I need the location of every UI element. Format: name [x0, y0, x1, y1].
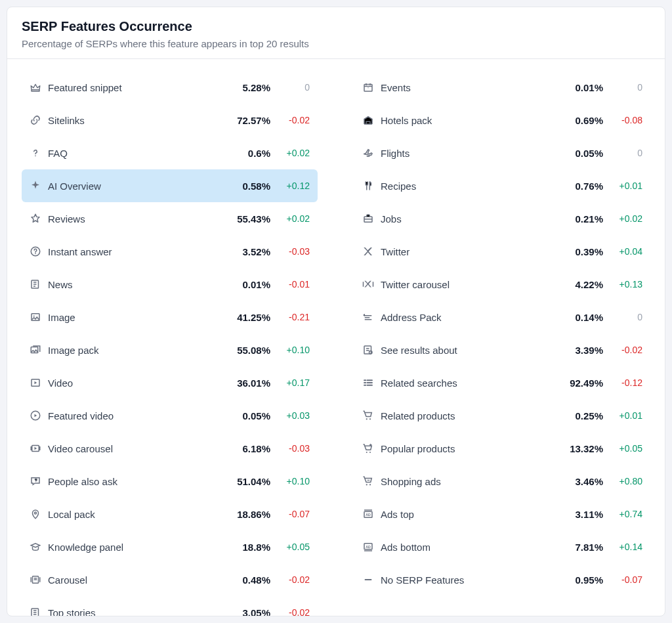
feature-row-shopping-ads[interactable]: Shopping ads3.46%+0.80 — [354, 465, 650, 498]
sparkle-icon — [28, 179, 43, 193]
feature-percentage: 0.76% — [545, 181, 603, 192]
feature-delta: +0.04 — [603, 246, 642, 257]
feature-row-flights[interactable]: Flights0.05%0 — [354, 137, 650, 169]
feature-label: FAQ — [48, 148, 213, 159]
feature-percentage: 0.05% — [545, 148, 603, 159]
feature-row-ads-top[interactable]: Ads top3.11%+0.74 — [354, 498, 650, 530]
feature-delta: -0.01 — [270, 279, 310, 290]
feature-row-news[interactable]: News0.01%-0.01 — [22, 268, 318, 301]
feature-row-address-pack[interactable]: Address Pack0.14%0 — [354, 301, 650, 333]
feature-delta: +0.10 — [270, 476, 310, 486]
feature-delta: +0.03 — [270, 410, 310, 421]
feature-percentage: 3.52% — [213, 246, 270, 257]
feature-label: Hotels pack — [381, 115, 545, 126]
feature-delta: -0.07 — [603, 574, 642, 585]
shopping-icon — [361, 474, 375, 488]
link-icon — [28, 113, 43, 127]
feature-delta: +0.12 — [270, 181, 310, 191]
feature-percentage: 55.43% — [213, 213, 270, 225]
feature-percentage: 0.95% — [545, 574, 603, 586]
feature-row-carousel[interactable]: Carousel0.48%-0.02 — [22, 563, 318, 596]
feature-delta: +0.02 — [603, 213, 642, 224]
feature-label: Image — [48, 312, 213, 323]
feature-row-no-serp-features[interactable]: No SERP Features0.95%-0.07 — [354, 563, 650, 596]
feature-percentage: 3.11% — [545, 509, 603, 520]
feature-label: No SERP Features — [381, 574, 545, 586]
calendar-icon — [361, 80, 375, 95]
hotel-icon — [361, 113, 375, 127]
cartstar-icon — [361, 441, 375, 456]
feature-row-events[interactable]: Events0.01%0 — [354, 71, 650, 104]
questioncircle-icon — [28, 244, 43, 259]
feature-row-related-searches[interactable]: Related searches92.49%-0.12 — [354, 366, 650, 399]
videocarousel-icon — [28, 441, 43, 456]
xcarousel-icon — [361, 277, 375, 291]
feature-row-twitter[interactable]: Twitter0.39%+0.04 — [354, 235, 650, 268]
feature-row-local-pack[interactable]: Local pack18.86%-0.07 — [22, 498, 318, 530]
feature-row-instant-answer[interactable]: Instant answer3.52%-0.03 — [22, 235, 318, 268]
feature-label: Instant answer — [48, 246, 213, 257]
feature-label: Local pack — [48, 509, 213, 520]
feature-label: See results about — [381, 345, 545, 356]
topstories-icon — [28, 605, 43, 616]
feature-label: Ads top — [381, 509, 545, 520]
feature-delta: +0.13 — [603, 279, 642, 290]
feature-percentage: 0.69% — [545, 115, 603, 126]
feature-delta: 0 — [270, 82, 310, 93]
feature-row-hotels-pack[interactable]: Hotels pack0.69%-0.08 — [354, 104, 650, 137]
feature-delta: 0 — [603, 148, 642, 158]
feature-row-jobs[interactable]: Jobs0.21%+0.02 — [354, 202, 650, 235]
cap-icon — [28, 540, 43, 554]
feature-row-twitter-carousel[interactable]: Twitter carousel4.22%+0.13 — [354, 268, 650, 301]
feature-percentage: 0.48% — [213, 574, 270, 586]
feature-delta: -0.02 — [270, 607, 310, 616]
feature-percentage: 7.81% — [545, 542, 603, 553]
feature-row-reviews[interactable]: Reviews55.43%+0.02 — [22, 202, 318, 235]
feature-row-featured-snippet[interactable]: Featured snippet5.28%0 — [22, 71, 318, 104]
feature-row-related-products[interactable]: Related products0.25%+0.01 — [354, 399, 650, 432]
feature-row-recipes[interactable]: Recipes0.76%+0.01 — [354, 169, 650, 202]
feature-row-video[interactable]: Video36.01%+0.17 — [22, 366, 318, 399]
feature-label: Ads bottom — [381, 542, 545, 553]
adsbottom-icon — [361, 540, 375, 554]
feature-label: People also ask — [48, 476, 213, 487]
feature-label: Popular products — [381, 443, 545, 454]
feature-delta: +0.74 — [603, 509, 642, 519]
feature-label: Image pack — [48, 345, 213, 356]
feature-row-people-also-ask[interactable]: People also ask51.04%+0.10 — [22, 465, 318, 498]
feature-row-knowledge-panel[interactable]: Knowledge panel18.8%+0.05 — [22, 530, 318, 563]
feature-label: Reviews — [48, 213, 213, 225]
adstop-icon — [361, 507, 375, 521]
feature-row-video-carousel[interactable]: Video carousel6.18%-0.03 — [22, 432, 318, 465]
feature-column-left: Featured snippet5.28%0Sitelinks72.57%-0.… — [22, 71, 318, 616]
feature-row-popular-products[interactable]: Popular products13.32%+0.05 — [354, 432, 650, 465]
feature-row-sitelinks[interactable]: Sitelinks72.57%-0.02 — [22, 104, 318, 137]
crown-icon — [28, 80, 43, 95]
feature-delta: 0 — [603, 82, 642, 93]
feature-row-faq[interactable]: FAQ0.6%+0.02 — [22, 137, 318, 169]
feature-row-see-results-about[interactable]: See results about3.39%-0.02 — [354, 333, 650, 366]
feature-row-ai-overview[interactable]: AI Overview0.58%+0.12 — [22, 169, 318, 202]
feature-delta: -0.02 — [270, 574, 310, 585]
feature-row-top-stories[interactable]: Top stories3.05%-0.02 — [22, 596, 318, 616]
feature-label: Shopping ads — [381, 476, 545, 487]
feature-percentage: 13.32% — [545, 443, 603, 454]
feature-percentage: 72.57% — [213, 115, 270, 126]
feature-row-featured-video[interactable]: Featured video0.05%+0.03 — [22, 399, 318, 432]
feature-row-ads-bottom[interactable]: Ads bottom7.81%+0.14 — [354, 530, 650, 563]
feature-delta: +0.17 — [270, 377, 310, 388]
feature-percentage: 4.22% — [545, 279, 603, 290]
image-icon — [28, 310, 43, 324]
feature-delta: -0.03 — [270, 246, 310, 257]
feature-delta: -0.21 — [270, 312, 310, 322]
feature-row-image-pack[interactable]: Image pack55.08%+0.10 — [22, 333, 318, 366]
feature-delta: +0.01 — [603, 410, 642, 421]
feature-row-image[interactable]: Image41.25%-0.21 — [22, 301, 318, 333]
feature-label: Video carousel — [48, 443, 213, 454]
card-body: Featured snippet5.28%0Sitelinks72.57%-0.… — [7, 59, 665, 616]
feature-delta: +0.14 — [603, 542, 642, 552]
feature-percentage: 18.8% — [213, 542, 270, 553]
feature-delta: -0.02 — [270, 115, 310, 125]
feature-percentage: 0.14% — [545, 312, 603, 323]
card-title: SERP Features Occurrence — [22, 19, 650, 34]
